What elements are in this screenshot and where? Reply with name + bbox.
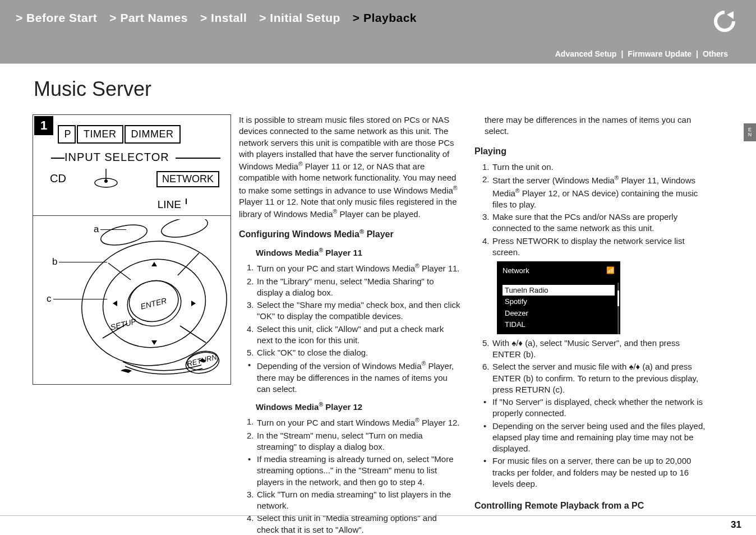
line-label: LINE [158,199,181,211]
crumb-before-start[interactable]: > Before Start [16,11,97,25]
page-number: 31 [731,519,741,531]
wmp12-steps: 1.Turn on your PC and start Windows Medi… [239,416,461,535]
network-button: NETWORK [156,171,219,187]
device-button-partial: P [58,125,76,144]
svg-line-11 [180,326,206,343]
screen-item-tidal: TIDAL [503,319,615,330]
wmp11-steps: 1.Turn on your PC and start Windows Medi… [239,262,461,395]
language-tab[interactable]: EN [744,123,756,141]
link-advanced-setup[interactable]: Advanced Setup [555,49,617,58]
back-icon[interactable] [710,7,739,38]
device-button-timer: TIMER [77,125,123,144]
input-selector-label: INPUT SELECTOR [64,151,169,164]
intro-paragraph: It is possible to stream music files sto… [239,114,461,220]
separator: | [696,49,698,58]
crumb-install[interactable]: > Install [200,11,247,25]
heading-playing: Playing [474,145,710,158]
device-button-dimmer: DIMMER [125,125,181,144]
svg-text:ENTER: ENTER [140,296,168,311]
svg-text:SETUP: SETUP [109,317,137,332]
playing-steps: 1.Turn the unit on. 2.Start the server (… [474,162,710,258]
svg-point-13 [160,219,210,241]
svg-line-8 [108,263,131,280]
screen-item-spotify: Spotify [503,296,615,307]
wifi-icon: 📶 [606,266,615,275]
breadcrumb: > Before Start > Part Names > Install > … [0,0,756,25]
screen-title: Network [503,266,615,276]
page-title: Music Server [0,64,756,101]
heading-wmp11: Windows Media® Player 11 [239,246,461,259]
network-screen-mockup: Network 📶 TuneIn Radio Spotify Deezer TI… [497,261,620,334]
heading-wmp12: Windows Media® Player 12 [239,400,461,413]
link-firmware-update[interactable]: Firmware Update [628,49,692,58]
remote-control-icon: ENTER SETUP RETURN [64,219,227,382]
separator: | [621,49,623,58]
label-c: c [47,293,52,305]
device-diagram: 1 P TIMER DIMMER INPUT SELECTOR CD NETWO… [33,114,231,385]
crumb-part-names[interactable]: > Part Names [109,11,188,25]
link-others[interactable]: Others [703,49,728,58]
svg-point-12 [99,222,149,249]
crumb-playback[interactable]: > Playback [353,11,417,25]
continuation-text: there may be differences in the names of… [474,114,710,137]
sub-nav: Advanced Setup | Firmware Update | Other… [0,44,756,64]
cd-label: CD [50,172,66,185]
heading-remote-playback: Controlling Remote Playback from a PC [474,500,710,512]
playing-steps-2: 5.With ♠/♦ (a), select "Music Server", a… [474,338,710,490]
svg-point-2 [104,179,108,183]
callout-badge-1: 1 [34,116,53,135]
screen-item-tunein: TuneIn Radio [503,285,615,296]
top-header: > Before Start > Part Names > Install > … [0,0,756,44]
crumb-initial-setup[interactable]: > Initial Setup [259,11,340,25]
label-b: b [52,256,57,268]
screen-item-deezer: Deezer [503,308,615,319]
heading-configuring: Configuring Windows Media® Player [239,228,461,241]
